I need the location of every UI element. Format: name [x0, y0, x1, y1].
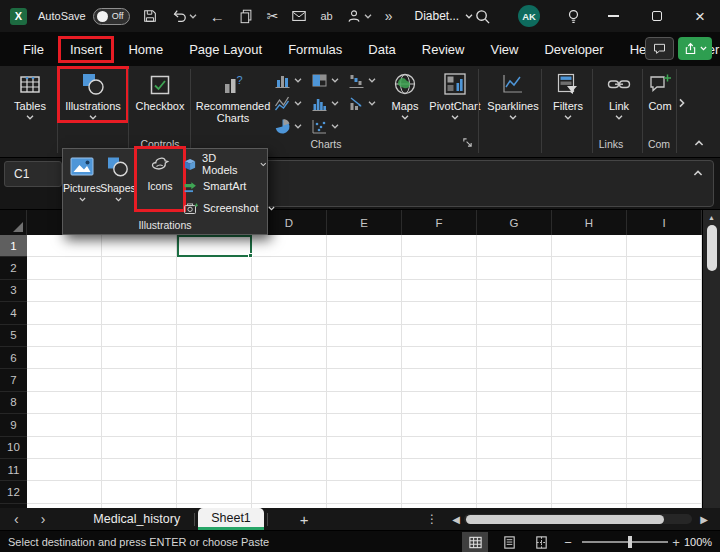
normal-view-button[interactable] — [462, 531, 488, 552]
column-header[interactable]: G — [477, 210, 552, 235]
insert-combo-chart-button[interactable] — [348, 95, 376, 112]
copy-button[interactable] — [238, 8, 254, 24]
filters-button[interactable]: Filters — [546, 69, 590, 120]
row-header[interactable]: 1 — [0, 235, 27, 257]
row-header[interactable]: 4 — [0, 302, 27, 324]
next-sheet-icon[interactable]: › — [41, 512, 46, 526]
close-button[interactable]: × — [689, 0, 711, 32]
page-layout-view-button[interactable] — [496, 531, 522, 552]
menu-item-3d-models[interactable]: 3D Models — [183, 155, 267, 173]
ribbon-scroll-right-icon[interactable] — [679, 98, 685, 108]
zoom-slider-thumb[interactable] — [628, 536, 632, 548]
row-header[interactable]: 6 — [0, 347, 27, 369]
row-header[interactable]: 11 — [0, 459, 27, 481]
pivotchart-button[interactable]: PivotChart — [428, 69, 482, 120]
sheet-tab-medical-history[interactable]: Medical_history — [93, 512, 180, 526]
save-button[interactable] — [142, 8, 158, 24]
horizontal-scrollbar[interactable] — [464, 514, 692, 524]
collapse-ribbon-icon[interactable] — [694, 140, 704, 146]
menu-item-icons[interactable]: Icons — [137, 149, 183, 209]
share-button[interactable] — [678, 37, 712, 60]
prev-sheet-icon[interactable]: ‹ — [14, 512, 19, 526]
charts-dialog-launcher-icon[interactable] — [462, 137, 473, 148]
maximize-button[interactable] — [646, 0, 668, 32]
tab-data[interactable]: Data — [356, 36, 407, 63]
tab-view[interactable]: View — [478, 36, 530, 63]
document-title[interactable]: Diabet... — [414, 9, 473, 23]
insert-column-chart-button[interactable] — [274, 72, 302, 89]
tab-formulas[interactable]: Formulas — [276, 36, 354, 63]
menu-item-pictures[interactable]: Pictures — [65, 151, 99, 213]
splitter-dots-icon[interactable]: ⋮ — [426, 512, 438, 526]
insert-pie-chart-button[interactable] — [274, 118, 302, 135]
accessibility-button[interactable] — [346, 8, 372, 24]
select-all-button[interactable] — [0, 210, 27, 235]
menu-item-smartart[interactable]: SmartArt — [183, 177, 246, 195]
insert-statistic-chart-button[interactable] — [311, 95, 339, 112]
group-label-links: Links — [586, 138, 636, 150]
name-box[interactable]: C1 — [4, 161, 62, 187]
cut-icon[interactable]: ✂ — [267, 9, 279, 23]
illustrations-button[interactable]: Illustrations — [60, 69, 126, 120]
column-header[interactable]: F — [402, 210, 477, 235]
tab-file[interactable]: File — [11, 36, 56, 63]
zoom-out-button[interactable]: − — [562, 531, 574, 552]
scroll-right-icon[interactable]: ▶ — [700, 514, 708, 525]
link-button[interactable]: Link — [598, 69, 640, 120]
recommended-charts-button[interactable]: Recommended Charts — [194, 69, 272, 124]
maps-button[interactable]: Maps — [384, 69, 426, 120]
undo-button[interactable] — [171, 8, 197, 24]
zoom-slider[interactable] — [582, 531, 668, 552]
checkbox-button[interactable]: Checkbox — [132, 69, 188, 112]
zoom-level[interactable]: 100% — [682, 531, 714, 552]
column-header[interactable]: I — [627, 210, 702, 235]
comment-button[interactable]: Com — [646, 69, 674, 112]
insert-waterfall-chart-button[interactable] — [348, 72, 376, 89]
row-header[interactable]: 5 — [0, 325, 27, 347]
column-header[interactable]: H — [552, 210, 627, 235]
new-sheet-button[interactable]: + — [300, 511, 309, 528]
sparklines-button[interactable]: Sparklines — [484, 69, 542, 120]
more-commands-icon[interactable]: » — [385, 9, 393, 23]
translate-icon[interactable]: ab — [320, 11, 332, 22]
avatar[interactable]: AK — [517, 0, 541, 32]
tab-insert[interactable]: Insert — [58, 36, 115, 63]
zoom-in-button[interactable]: + — [670, 531, 682, 552]
vertical-scroll-thumb[interactable] — [707, 225, 717, 271]
column-header[interactable]: E — [327, 210, 402, 235]
tab-home[interactable]: Home — [116, 36, 175, 63]
back-arrow-icon[interactable]: ← — [210, 9, 225, 24]
row-header[interactable]: 8 — [0, 392, 27, 414]
tab-page-layout[interactable]: Page Layout — [177, 36, 274, 63]
lightbulb-icon[interactable] — [563, 0, 583, 32]
page-break-view-button[interactable] — [528, 531, 554, 552]
insert-hierarchy-chart-button[interactable] — [311, 72, 339, 89]
search-icon[interactable] — [472, 0, 492, 32]
row-header[interactable]: 2 — [0, 257, 27, 279]
expand-formula-bar-icon[interactable] — [693, 170, 703, 176]
menu-item-shapes[interactable]: Shapes — [101, 151, 135, 213]
histogram-chart-icon — [311, 95, 328, 112]
row-header[interactable]: 10 — [0, 437, 27, 459]
row-header[interactable]: 3 — [0, 280, 27, 302]
fill-handle[interactable] — [248, 253, 253, 258]
comments-button[interactable] — [645, 37, 674, 60]
row-header[interactable]: 12 — [0, 481, 27, 503]
email-button[interactable] — [291, 8, 307, 24]
insert-line-chart-button[interactable] — [274, 95, 302, 112]
row-header[interactable]: 9 — [0, 414, 27, 436]
insert-scatter-chart-button[interactable] — [311, 118, 339, 135]
row-header[interactable]: 7 — [0, 369, 27, 391]
tables-button[interactable]: Tables — [4, 69, 56, 120]
autosave-toggle[interactable]: Off — [93, 8, 130, 25]
vertical-scrollbar[interactable]: ▲ — [702, 210, 720, 508]
horizontal-scroll-thumb[interactable] — [466, 515, 664, 524]
scroll-up-icon[interactable]: ▲ — [703, 214, 720, 221]
sheet-tab-sheet1[interactable]: Sheet1 — [198, 508, 264, 530]
menu-item-screenshot[interactable]: Screenshot — [183, 199, 275, 217]
minimize-button[interactable] — [602, 0, 624, 32]
scroll-left-icon[interactable]: ◀ — [452, 514, 460, 525]
tab-developer[interactable]: Developer — [532, 36, 615, 63]
cell-area[interactable] — [27, 235, 702, 508]
tab-review[interactable]: Review — [410, 36, 477, 63]
